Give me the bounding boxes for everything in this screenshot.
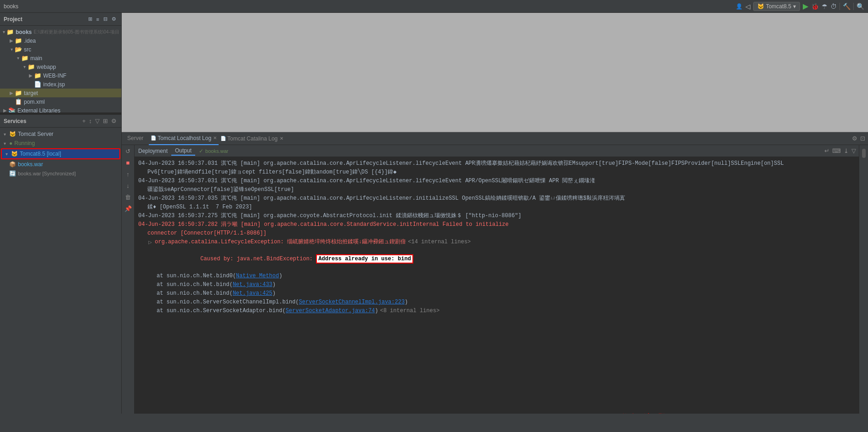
layout-icon-btn[interactable]: ⊞ [87,16,94,22]
server-tab[interactable]: Server [122,132,149,145]
down-icon[interactable]: ↓ [125,181,130,190]
address-in-use-highlight: Address already in use: bind [316,254,413,264]
up-icon[interactable]: ↑ [125,170,130,179]
books-folder-icon: 📁 [6,28,14,35]
bookswar-status: ✓ books.war [199,148,228,154]
clear-icon[interactable]: 🗑 [124,193,132,202]
indexjsp-icon: 📄 [34,81,41,88]
tomcat-localhost-tab[interactable]: Tomcat Localhost Log [158,132,211,145]
running-arrow: ▾ [4,141,9,146]
indexjsp-label: index.jsp [43,81,65,88]
net-433-link[interactable]: Net.java:433 [233,281,272,288]
project-tree: ▾ 📁 books E:\课程更新录制\05-图书管理系统\04-项目 ▶ 📁 … [0,26,121,112]
bookswar-icon: 📦 [9,161,16,168]
services-tree: ▾ 🐱 Tomcat Server ▾ ● Running ▾ 🐱 To [0,128,121,414]
running-label: Running [14,140,35,146]
tree-item-webapp[interactable]: ▾ 📁 webapp [0,62,121,71]
filter-log-icon[interactable]: ▽ [851,146,857,155]
tomcat-catalina-close-icon[interactable]: ✕ [280,136,283,141]
log-line-3: 04-Jun-2023 16:50:37.031 淇℃伅 [main] org.… [138,177,855,185]
tomcat-localhost-icon: 📄 [151,135,156,140]
tomcat-catalina-tab-container: 📄 Tomcat Catalina Log ✕ [219,132,285,145]
output-tab[interactable]: Output [171,146,195,156]
services-settings-btn[interactable]: ⚙ [110,117,118,125]
app-title: books [4,3,18,10]
build-button[interactable]: 🔨 [843,3,851,10]
chinese-note: 修改下端口即可 [621,412,673,414]
log-line-6: 鍒♦ [OpenSSL 1.1.1t 7 Feb 2023] [138,203,855,211]
log-line-net-433: at sun.nio.ch.Net.bind(Net.java:433) [138,281,855,289]
deployment-tab[interactable]: Deployment [135,147,171,155]
log-line-native: at sun.nio.ch.Net.bind0(Native Method) [138,272,855,280]
idea-folder-icon: 📁 [15,37,22,44]
log-content-area[interactable]: 04-Jun-2023 16:50:37.031 淇℃伅 [main] org.… [135,157,859,414]
soft-wrap-icon[interactable]: ⌨ [831,146,842,155]
services-header: Services + ↕ ▽ ⊞ ⚙ [0,115,121,128]
tree-item-pomxml[interactable]: 📋 pom.xml [0,97,121,106]
idea-arrow: ▶ [8,38,15,43]
log-line-7: 04-Jun-2023 16:50:37.275 淇℃伅 [main] org.… [138,212,855,220]
tomcat-catalina-tab[interactable]: Tomcat Catalina Log [227,132,277,145]
webapp-arrow: ▾ [21,64,28,69]
tree-item-extlibs[interactable]: ▶ 📚 External Libraries [0,106,121,112]
run-button[interactable]: ▶ [803,2,808,11]
services-sort-btn[interactable]: ↕ [88,117,93,125]
tree-item-books[interactable]: ▾ 📁 books E:\课程更新录制\05-图书管理系统\04-项目 [0,28,121,36]
log-line-serversocketadaptor: at sun.nio.ch.ServerSocketAdaptor.bind(S… [138,307,855,315]
services-item-tomcat-server[interactable]: ▾ 🐱 Tomcat Server [0,129,121,139]
stop-icon[interactable]: ■ [125,158,131,167]
native-method-link[interactable]: Native Method [236,273,279,279]
services-expand-btn[interactable]: ⊞ [102,117,109,125]
bookswar-status-label: books.war [205,148,228,154]
user-icon[interactable]: 👤 [736,3,743,10]
log-line-serversocketchannel: at sun.nio.ch.ServerSocketChannelImpl.bi… [138,298,855,306]
tomcat-server-label: Tomcat Server [18,131,53,137]
net-425-link[interactable]: Net.java:425 [233,290,272,297]
serversocketadaptor-link[interactable]: ServerSocketAdaptor.java:74 [286,308,375,314]
tomcat-icon: 🐱 [757,3,764,10]
tomcat-localhost-close-icon[interactable]: ✕ [213,135,217,140]
services-item-tomcat-instance[interactable]: ▾ 🐱 Tomcat8.5 [local] [1,148,120,159]
services-item-bookswar-sync[interactable]: 🔄 books.war [Synchronized] [0,169,121,178]
services-item-bookswar[interactable]: 📦 books.war [0,160,121,169]
restart-icon[interactable]: ↺ [124,147,131,156]
pin-icon[interactable]: 📌 [124,204,133,213]
main-arrow: ▾ [15,56,21,61]
services-item-running[interactable]: ▾ ● Running [0,139,121,148]
search-button[interactable]: 🔍 [857,3,864,10]
caused-by-prefix: Caused by: java.net.BindException: [200,256,316,262]
debug-button[interactable]: 🐞 [811,3,819,10]
services-filter-btn[interactable]: ▽ [94,117,101,125]
tree-item-target[interactable]: ▶ 📁 target [0,89,121,97]
log-line-4: 疆鍙戠seAprConnector[false]鍙锋seOpenSSL[true… [138,185,855,194]
tree-item-idea[interactable]: ▶ 📁 .idea [0,36,121,45]
profile-button[interactable]: ⏱ [830,3,837,10]
settings-icon-btn[interactable]: ⚙ [110,16,118,22]
tomcat-instance-icon: 🐱 [11,151,18,157]
tab-settings-icon[interactable]: ⚙ [851,134,858,143]
tree-item-main[interactable]: ▾ 📁 main [0,54,121,62]
services-add-btn[interactable]: + [81,117,87,125]
tree-item-webinf[interactable]: ▶ 📁 WEB-INF [0,71,121,80]
tomcat-server-icon: 🐱 [9,131,16,137]
tree-item-src[interactable]: ▾ 📂 src [0,45,121,54]
tree-item-indexjsp[interactable]: 📄 index.jsp [0,80,121,89]
app-container: books 👤 ◁ 🐱 Tomcat8.5 ▾ ▶ 🐞 ☂ ⏱ 🔨 🔍 [0,0,868,414]
tab-maximize-icon[interactable]: ⊡ [859,134,866,143]
wrap-icon[interactable]: ↵ [823,146,830,155]
target-folder-icon: 📁 [15,90,22,96]
list-icon-btn[interactable]: ≡ [95,16,101,22]
run-config-label: Tomcat8.5 [766,3,791,10]
serversocketchannel-link[interactable]: ServerSocketChannelImpl.java:223 [299,299,405,305]
run-config-dropdown[interactable]: 🐱 Tomcat8.5 ▾ [753,2,800,11]
running-icon: ● [9,140,12,146]
back-icon[interactable]: ◁ [745,3,750,10]
services-content-layout: ↺ ■ ↑ ↓ 🗑 📌 Deployment Output [122,145,868,414]
services-content: Server 📄 Tomcat Localhost Log ✕ 📄 Tomcat… [122,132,868,414]
split-icon-btn[interactable]: ⊟ [102,16,109,22]
log-line-9: connector [Connector[HTTP/1.1-8086]] [138,229,855,237]
scroll-end-icon[interactable]: ⤓ [843,146,850,155]
coverage-button[interactable]: ☂ [822,3,828,10]
expand-btn-1[interactable]: ▷ [147,240,153,245]
deployment-output-tabs: Deployment Output ✓ books.war ↵ ⌨ [135,145,859,157]
